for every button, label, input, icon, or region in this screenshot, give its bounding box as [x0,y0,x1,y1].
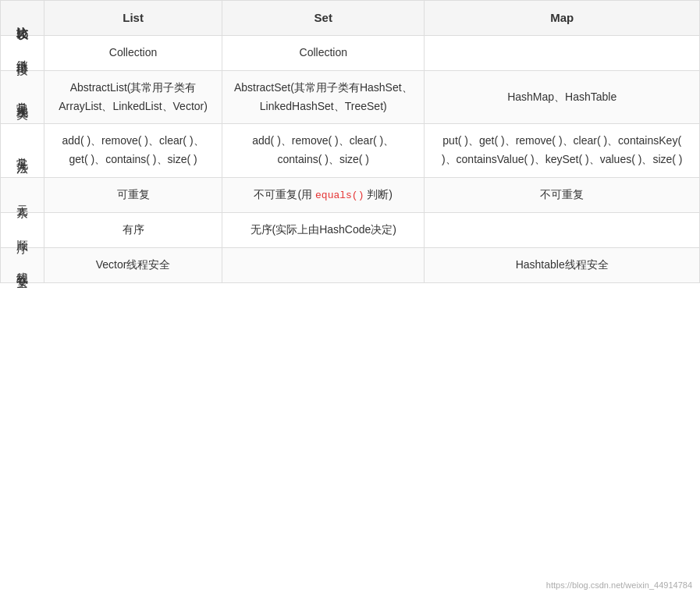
watermark: https://blog.csdn.net/weixin_44914784 [546,580,692,590]
map-cell-thread: Hashtable线程安全 [425,247,700,282]
map-cell-element: 不可重复 [425,177,700,212]
table-row: 顺序 有序 无序(实际上由HashCode决定) [1,213,700,248]
header-compare: 比较 [1,1,44,36]
compare-cell-inherit: 继承接口 [1,36,44,71]
map-cell-order [425,213,700,248]
list-cell-inherit: Collection [44,36,222,71]
header-set: Set [222,1,425,36]
table-row: 线程安全 Vector线程安全 Hashtable线程安全 [1,247,700,282]
table-row: 元素 可重复 不可重复(用 equals() 判断) 不可重复 [1,177,700,212]
set-cell-element: 不可重复(用 equals() 判断) [222,177,425,212]
map-cell-impl: HashMap、HashTable [425,70,700,124]
table-row: 常见实现类 AbstractList(其常用子类有ArrayList、Linke… [1,70,700,124]
list-cell-order: 有序 [44,213,222,248]
list-cell-methods: add( )、remove( )、clear( )、get( )、contain… [44,124,222,178]
header-list: List [44,1,222,36]
header-map: Map [425,1,700,36]
compare-cell-methods: 常见方法 [1,124,44,178]
comparison-table: 比较 List Set Map 继承接口 Collection Collecti… [0,0,700,283]
compare-cell-order: 顺序 [1,213,44,248]
compare-cell-impl: 常见实现类 [1,70,44,124]
table-row: 常见方法 add( )、remove( )、clear( )、get( )、co… [1,124,700,178]
set-cell-inherit: Collection [222,36,425,71]
table-row: 继承接口 Collection Collection [1,36,700,71]
set-cell-order: 无序(实际上由HashCode决定) [222,213,425,248]
map-cell-methods: put( )、get( )、remove( )、clear( )、contain… [425,124,700,178]
list-cell-impl: AbstractList(其常用子类有ArrayList、LinkedList、… [44,70,222,124]
compare-cell-element: 元素 [1,177,44,212]
list-cell-thread: Vector线程安全 [44,247,222,282]
map-cell-inherit [425,36,700,71]
compare-cell-thread: 线程安全 [1,247,44,282]
set-cell-thread [222,247,425,282]
set-cell-impl: AbstractSet(其常用子类有HashSet、LinkedHashSet、… [222,70,425,124]
list-cell-element: 可重复 [44,177,222,212]
set-cell-methods: add( )、remove( )、clear( )、contains( )、si… [222,124,425,178]
